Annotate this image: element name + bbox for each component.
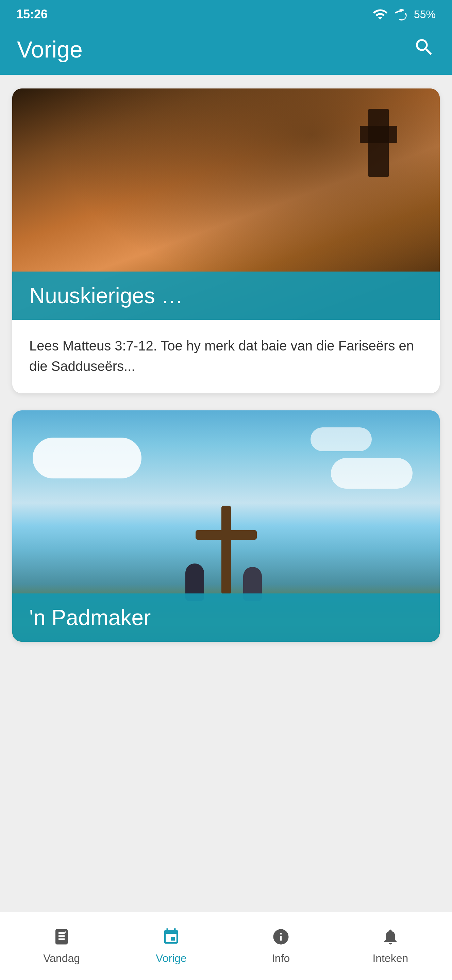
nav-item-vandag[interactable]: Vandag xyxy=(7,925,116,965)
nav-label-info: Info xyxy=(272,952,290,965)
card-image-church-wrapper: Nuuskieriges … xyxy=(12,89,440,320)
cloud-decoration-1 xyxy=(33,438,141,479)
status-icons: 55% xyxy=(373,6,436,22)
nav-item-info[interactable]: Info xyxy=(226,925,336,965)
card-body-1: Lees Matteus 3:7-12. Toe hy merk dat bai… xyxy=(12,320,440,393)
card-title-1: Nuuskieriges … xyxy=(29,283,183,308)
app-header: Vorige xyxy=(0,27,452,75)
card-title-banner-2: 'n Padmaker xyxy=(12,593,440,642)
wifi-icon xyxy=(373,6,388,22)
nav-label-vandag: Vandag xyxy=(43,952,80,965)
main-content: Nuuskieriges … Lees Matteus 3:7-12. Toe … xyxy=(0,75,452,912)
nav-item-inteken[interactable]: Inteken xyxy=(336,925,445,965)
calendar-icon xyxy=(159,925,183,949)
signal-icon xyxy=(394,6,408,22)
bell-icon xyxy=(379,925,402,949)
status-bar: 15:26 55% xyxy=(0,0,452,27)
card-title-2: 'n Padmaker xyxy=(29,605,151,630)
cloud-decoration-2 xyxy=(331,458,412,488)
card-nuuskieriges[interactable]: Nuuskieriges … Lees Matteus 3:7-12. Toe … xyxy=(12,89,440,393)
nav-label-vorige: Vorige xyxy=(156,952,187,965)
nav-label-inteken: Inteken xyxy=(373,952,408,965)
page-title: Vorige xyxy=(17,36,82,63)
bottom-navigation: Vandag Vorige Info Inteken xyxy=(0,912,452,980)
battery-text: 55% xyxy=(414,8,436,21)
card-image-outdoor-wrapper: 'n Padmaker xyxy=(12,410,440,642)
search-button[interactable] xyxy=(413,37,435,63)
nav-item-vorige[interactable]: Vorige xyxy=(116,925,226,965)
cloud-decoration-3 xyxy=(311,427,372,451)
status-time: 15:26 xyxy=(16,7,48,21)
bible-icon xyxy=(50,925,73,949)
card-padmaker[interactable]: 'n Padmaker xyxy=(12,410,440,642)
card-body-text-1: Lees Matteus 3:7-12. Toe hy merk dat bai… xyxy=(29,336,423,376)
card-title-banner-1: Nuuskieriges … xyxy=(12,272,440,320)
info-icon xyxy=(269,925,293,949)
